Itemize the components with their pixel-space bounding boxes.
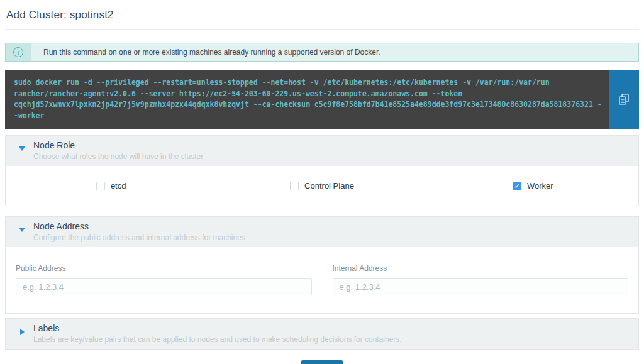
section-header-labels[interactable]: Labels Labels are key/value pairs that c… [6,319,638,349]
expand-triangle-icon [19,228,25,232]
docker-command-block: sudo docker run -d --privileged --restar… [5,70,639,129]
section-node-role: Node Role Choose what roles the node wil… [5,135,639,206]
clipboard-icon [619,94,629,105]
title-divider [5,29,639,30]
internal-address-field-group: Internal Address [333,264,629,295]
section-subtitle: Labels are key/value pairs that can be a… [33,335,632,344]
internal-address-input[interactable] [333,278,629,295]
expand-triangle-icon [20,329,25,335]
internal-address-label: Internal Address [333,264,629,273]
etcd-checkbox[interactable] [96,182,105,190]
info-banner: Run this command on one or more existing… [5,43,639,62]
public-address-field-group: Public Address [16,264,312,295]
section-title: Labels [33,323,632,333]
docker-command-text: sudo docker run -d --privileged --restar… [5,70,609,129]
role-option-worker[interactable]: Worker [428,181,638,190]
section-header-node-role[interactable]: Node Role Choose what roles the node wil… [6,136,638,166]
section-node-address: Node Address Configure the public addres… [5,216,639,314]
section-title: Node Role [33,140,632,150]
info-banner-text: Run this command on one or more existing… [31,48,380,57]
footer: Done [5,360,639,364]
control-plane-checkbox[interactable] [290,182,299,190]
role-option-etcd[interactable]: etcd [6,181,216,190]
add-cluster-page: Add Cluster: spotinst2 Run this command … [0,0,644,364]
section-subtitle: Choose what roles the node will have in … [33,152,632,161]
section-labels: Labels Labels are key/value pairs that c… [5,318,639,350]
section-subtitle: Configure the public address and interna… [33,233,632,242]
copy-command-button[interactable] [609,70,639,129]
info-banner-icon-box [6,43,31,61]
public-address-input[interactable] [16,278,312,295]
role-option-control-plane[interactable]: Control Plane [216,181,427,190]
worker-checkbox[interactable] [513,182,521,190]
expand-triangle-icon [19,146,25,151]
info-icon [13,47,23,57]
section-title: Node Address [33,221,632,231]
section-header-node-address[interactable]: Node Address Configure the public addres… [6,217,638,247]
done-button[interactable]: Done [301,360,342,364]
role-option-label: Worker [527,181,553,190]
public-address-label: Public Address [16,264,312,273]
node-address-form: Public Address Internal Address [6,247,638,313]
role-option-label: Control Plane [304,181,354,190]
page-title: Add Cluster: spotinst2 [5,6,639,29]
role-option-label: etcd [111,181,126,190]
node-role-options: etcd Control Plane Worker [6,166,638,206]
